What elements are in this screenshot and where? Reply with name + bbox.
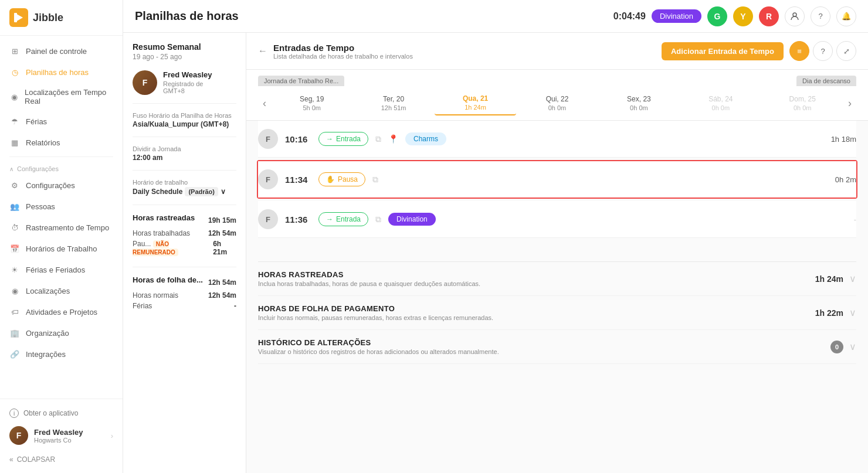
dividir-section: Dividir a Jornada 12:00 am <box>133 145 236 171</box>
header-right: 0:04:49 Divination G Y R ? 🔔 <box>613 6 856 26</box>
sun-icon: ☀ <box>9 264 20 275</box>
config-section[interactable]: ∧ Configurações <box>0 161 123 175</box>
entry-time-1: 10:16 <box>285 134 311 144</box>
entrada-arrow-icon-3: → <box>326 215 333 223</box>
chevron-up-icon: ∧ <box>9 166 13 172</box>
next-week-arrow[interactable]: › <box>843 97 856 110</box>
dividir-value: 12:00 am <box>133 154 236 162</box>
org-badge[interactable]: Divination <box>652 9 701 23</box>
svg-point-2 <box>793 13 796 16</box>
horas-rastreadas-section[interactable]: HORAS RASTREADAS Inclua horas trabalhada… <box>258 262 856 296</box>
sidebar-item-planilhas-label: Planilhas de horas <box>26 68 89 77</box>
sidebar-item-localizacoes2[interactable]: ◉ Localizações <box>0 280 123 301</box>
link-icon: 🔗 <box>9 349 20 359</box>
tracked-value: 19h 15m <box>208 216 236 224</box>
horas-folha-section[interactable]: HORAS DE FOLHA DE PAGAMENTO Incluir hora… <box>258 296 856 330</box>
page-title: Planilhas de horas <box>135 9 239 23</box>
entrada-label-3: Entrada <box>336 215 361 223</box>
sidebar-item-atividades[interactable]: 🏷 Atividades e Projetos <box>0 301 123 322</box>
day-col-qua[interactable]: Qua, 21 1h 24m <box>435 91 516 115</box>
logo-icon <box>9 8 28 27</box>
timezone-label: Fuso Horário da Planilha de Horas <box>133 112 236 119</box>
timezone-section: Fuso Horário da Planilha de Horas Asia/K… <box>133 112 236 137</box>
sidebar-item-relatorios[interactable]: ▦ Relatórios <box>0 132 123 153</box>
entry-badge-entrada-1[interactable]: → Entrada <box>318 132 368 146</box>
day-col-dom[interactable]: Dom, 25 0h 0m <box>762 91 843 115</box>
vacation-value: - <box>234 302 236 310</box>
entry-badge-entrada-3[interactable]: → Entrada <box>318 212 368 226</box>
chevron-right-icon: › <box>111 431 113 440</box>
info2-btn[interactable]: ? <box>813 41 833 61</box>
umbrella-icon: ☂ <box>9 116 20 127</box>
horas-folha-title: HORAS DE FOLHA DE PAGAMENTO <box>258 304 493 313</box>
avatar-green[interactable]: G <box>707 6 727 26</box>
avatar-red[interactable]: R <box>759 6 779 26</box>
copy-icon-1[interactable]: ⧉ <box>375 134 381 144</box>
day-time-ter: 12h 51m <box>352 104 434 111</box>
entry-row-3: F 11:36 → Entrada ⧉ Divination - <box>258 201 856 238</box>
horas-folha-sub: Incluir horas normais, pausas remunerada… <box>258 314 493 321</box>
prev-week-arrow[interactable]: ‹ <box>258 97 271 110</box>
entry-time-2: 11:34 <box>285 175 311 185</box>
entry-row-1: F 10:16 → Entrada ⧉ 📍 Charms 1h 18m <box>258 121 856 158</box>
vacation-label: Férias <box>133 302 152 310</box>
sidebar-item-ferias[interactable]: ☂ Férias <box>0 111 123 132</box>
historico-title: HISTÓRICO DE ALTERAÇÕES <box>258 338 499 347</box>
sidebar-item-localizacoes2-label: Localizações <box>26 287 70 295</box>
entry-row-2-highlighted: F 11:34 ✋ Pausa ⧉ 0h 2m <box>257 160 857 199</box>
day-col-qui[interactable]: Qui, 22 0h 0m <box>516 91 598 115</box>
add-entry-button[interactable]: Adicionar Entrada de Tempo <box>662 42 784 60</box>
expand-btn[interactable]: ⤢ <box>836 41 856 61</box>
entry-badge-pausa[interactable]: ✋ Pausa <box>318 172 365 186</box>
avatar-yellow[interactable]: Y <box>733 6 753 26</box>
employee-info: Fred Weasley Registrado de GMT+8 <box>163 70 212 94</box>
day-col-ter[interactable]: Ter, 20 12h 51m <box>352 91 434 115</box>
back-button[interactable]: ← <box>258 46 267 56</box>
employee-card[interactable]: F Fred Weasley Registrado de GMT+8 <box>133 70 236 104</box>
entries-header-info: Entradas de Tempo Lista detalhada de hor… <box>273 43 413 60</box>
day-name-qui: Qui, 22 <box>516 95 598 103</box>
sidebar-item-painel-label: Painel de controle <box>26 47 87 56</box>
copy-icon-3[interactable]: ⧉ <box>375 215 381 224</box>
sidebar-bottom: i Obter o aplicativo F Fred Weasley Hogw… <box>0 399 123 473</box>
location-icon-1[interactable]: 📍 <box>388 134 398 144</box>
horario-value-link[interactable]: Daily Schedule (Padrão) ∨ <box>133 187 236 196</box>
dividir-label: Dividir a Jornada <box>133 145 236 152</box>
entry-tag-charms[interactable]: Charms <box>405 132 446 145</box>
day-col-sex[interactable]: Sex, 23 0h 0m <box>598 91 680 115</box>
users-icon: 👥 <box>9 201 20 212</box>
historico-section[interactable]: HISTÓRICO DE ALTERAÇÕES Visualizar o his… <box>258 330 856 364</box>
sidebar-item-organizacao[interactable]: 🏢 Organização <box>0 322 123 343</box>
sidebar-item-configuracoes[interactable]: ⚙ Configurações <box>0 175 123 196</box>
tracked-hours-section: Horas rastreadas 19h 15m Horas trabalhad… <box>133 213 236 267</box>
day-time-sex: 0h 0m <box>598 104 680 111</box>
copy-icon-2[interactable]: ⧉ <box>372 175 378 185</box>
bell-icon-btn[interactable]: 🔔 <box>836 6 856 26</box>
day-name-sab: Sáb, 24 <box>680 95 761 103</box>
day-col-seg[interactable]: Seg, 19 5h 0m <box>271 91 352 115</box>
sidebar-item-ferias-feriados[interactable]: ☀ Férias e Feriados <box>0 259 123 280</box>
person-icon-btn[interactable] <box>785 6 805 26</box>
help-icon-btn[interactable]: ? <box>811 6 830 26</box>
sidebar-item-horarios[interactable]: 📅 Horários de Trabalho <box>0 238 123 259</box>
sidebar-item-localizacoes[interactable]: ◉ Localizações em Tempo Real <box>0 83 123 111</box>
sidebar-item-rastreamento[interactable]: ⏱ Rastreamento de Tempo <box>0 217 123 238</box>
tag-icon: 🏷 <box>9 307 20 317</box>
pause-row: Pau... NÃO REMUNERADO 6h 21m <box>133 240 236 256</box>
user-profile[interactable]: F Fred Weasley Hogwarts Co › <box>9 421 113 450</box>
horario-label: Horário de trabalho <box>133 179 236 186</box>
table-view-btn[interactable]: ≡ <box>789 41 809 61</box>
nav-divider <box>9 156 113 157</box>
entry-tag-divination[interactable]: Divination <box>388 213 436 226</box>
sidebar-item-integracoes[interactable]: 🔗 Integrações <box>0 343 123 365</box>
sidebar-item-pessoas[interactable]: 👥 Pessoas <box>0 196 123 217</box>
calendar-nav: Jornada de Trabalho Re... Dia de descans… <box>246 70 868 121</box>
get-app-link[interactable]: i Obter o aplicativo <box>9 405 113 421</box>
sidebar-item-painel[interactable]: ⊞ Painel de controle <box>0 40 123 62</box>
horas-folha-value: 1h 22m <box>815 308 843 318</box>
logo-container[interactable]: Jibble <box>0 0 123 36</box>
bar-chart-icon: ▦ <box>9 137 20 148</box>
day-col-sab[interactable]: Sáb, 24 0h 0m <box>680 91 761 115</box>
sidebar-item-planilhas[interactable]: ◷ Planilhas de horas <box>0 62 123 83</box>
collapse-button[interactable]: « COLAPSAR <box>9 452 113 467</box>
